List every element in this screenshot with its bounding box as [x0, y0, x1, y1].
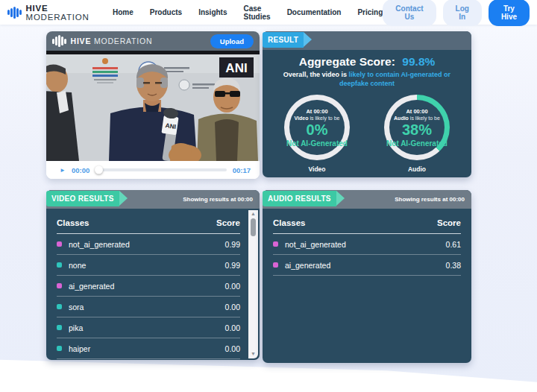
- table-row[interactable]: ai_generated 0.00: [57, 276, 240, 297]
- class-bullet-icon: [57, 262, 62, 268]
- class-score: 0.99: [225, 261, 240, 270]
- video-player-panel: HIVE MODERATION Upload: [46, 31, 260, 179]
- class-label: ai_generated: [69, 282, 114, 291]
- brand-word1: HIVE: [26, 4, 48, 13]
- audio-results-columns: Classes Score: [273, 215, 461, 234]
- video-player-header: HIVE MODERATION Upload: [46, 31, 260, 51]
- video-gauge-percent: 0%: [307, 121, 328, 139]
- gauges-row: At 00:00 Video is likely to be 0% Not AI…: [263, 95, 471, 173]
- video-results-timestamp: Showing results at 00:00: [183, 196, 260, 203]
- audio-results-tag-arrow-icon: [336, 191, 345, 206]
- nav-item-documentation[interactable]: Documentation: [287, 8, 342, 16]
- scroll-up-icon[interactable]: ▲: [251, 210, 256, 218]
- svg-text:ANI: ANI: [165, 121, 177, 130]
- audio-gauge-percent: 38%: [402, 121, 432, 139]
- table-row[interactable]: not_ai_generated 0.99: [57, 234, 240, 255]
- audio-gauge-status: Not AI-Generated: [386, 139, 448, 148]
- class-score: 0.99: [225, 240, 240, 249]
- audio-gauge-ring: At 00:00 Audio is likely to be 38% Not A…: [384, 95, 450, 160]
- audio-results-header: AUDIO RESULTS Showing results at 00:00: [263, 190, 471, 209]
- audio-gauge-suffix: is likely to be: [409, 116, 440, 121]
- top-navigation: HIVE MODERATION Home Products Insights C…: [0, 0, 537, 25]
- scroll-down-icon[interactable]: ▼: [251, 350, 256, 358]
- table-row[interactable]: not_ai_generated 0.61: [273, 234, 461, 255]
- video-scene: ANI ANI: [46, 51, 260, 161]
- try-hive-button[interactable]: Try Hive: [489, 0, 530, 26]
- class-bullet-icon: [57, 304, 62, 309]
- video-gauge-subtitle: Video is likely to be: [295, 116, 340, 121]
- column-score: Score: [216, 218, 240, 227]
- scrollbar-thumb[interactable]: [251, 218, 256, 236]
- video-gauge-time: At 00:00: [306, 108, 327, 115]
- nav-actions: Contact Us Log In Try Hive: [383, 0, 530, 26]
- nav-item-home[interactable]: Home: [113, 8, 134, 16]
- table-row[interactable]: sora 0.00: [57, 297, 240, 317]
- audio-results-table: Classes Score not_ai_generated 0.61 ai_g…: [263, 209, 471, 276]
- summary-highlight: likely to contain AI-generated or deepfa…: [339, 71, 450, 87]
- video-results-columns: Classes Score: [57, 215, 240, 234]
- video-gauge-ring: At 00:00 Video is likely to be 0% Not AI…: [284, 95, 350, 160]
- aggregate-score-label: Aggregate Score:: [299, 55, 395, 68]
- play-button[interactable]: ►: [60, 167, 66, 174]
- player-controls: ► 00:00 00:17: [46, 161, 260, 179]
- video-gauge-suffix: is likely to be: [308, 116, 339, 121]
- ani-watermark: ANI: [219, 57, 254, 78]
- video-gauge-content: At 00:00 Video is likely to be 0% Not AI…: [284, 95, 350, 160]
- video-frame[interactable]: ANI ANI: [46, 51, 260, 161]
- class-bullet-icon: [273, 262, 278, 268]
- svg-text:ANI: ANI: [225, 61, 247, 75]
- nav-links: Home Products Insights Case Studies Docu…: [113, 4, 383, 21]
- contact-us-button[interactable]: Contact Us: [383, 0, 436, 26]
- class-label: sora: [69, 303, 84, 312]
- table-row[interactable]: none 0.99: [57, 255, 240, 276]
- seek-bar[interactable]: [95, 168, 226, 171]
- table-row[interactable]: pika 0.00: [57, 317, 240, 338]
- player-equalizer-icon: [52, 35, 66, 47]
- brand-word2: MODERATION: [26, 13, 90, 22]
- result-tag: RESULT: [263, 32, 312, 48]
- class-score: 0.00: [225, 303, 240, 312]
- video-results-panel: VIDEO RESULTS Showing results at 00:00 C…: [46, 190, 260, 360]
- class-score: 0.00: [225, 344, 240, 353]
- result-panel: RESULT Aggregate Score: 99.8% Overall, t…: [263, 31, 471, 177]
- nav-item-insights[interactable]: Insights: [198, 8, 227, 16]
- duration: 00:17: [233, 166, 251, 174]
- video-results-header: VIDEO RESULTS Showing results at 00:00: [46, 190, 260, 209]
- aggregate-summary: Overall, the video is likely to contain …: [277, 71, 457, 88]
- aggregate-score: Aggregate Score: 99.8% Overall, the vide…: [263, 55, 471, 88]
- column-classes: Classes: [57, 218, 89, 227]
- player-brand-word2: MODERATION: [94, 37, 152, 45]
- seek-handle[interactable]: [95, 166, 103, 174]
- class-bullet-icon: [57, 325, 62, 330]
- result-tag-arrow-icon: [304, 32, 312, 47]
- audio-gauge-subtitle: Audio is likely to be: [394, 116, 440, 121]
- player-brand-word1: HIVE: [71, 37, 92, 45]
- hive-equalizer-icon: [7, 7, 22, 19]
- video-gauge-status: Not AI-Generated: [286, 139, 348, 148]
- class-bullet-icon: [57, 241, 62, 247]
- video-results-table: Classes Score not_ai_generated 0.99 none…: [46, 209, 260, 359]
- video-gauge-subject: Video: [295, 116, 309, 121]
- audio-results-tag: AUDIO RESULTS: [263, 191, 345, 206]
- video-results-tag-arrow-icon: [119, 191, 128, 206]
- video-gauge-label: Video: [280, 165, 354, 173]
- hive-logo[interactable]: HIVE MODERATION: [7, 4, 92, 22]
- table-row[interactable]: ai_generated 0.38: [273, 255, 461, 276]
- log-in-button[interactable]: Log In: [443, 0, 482, 26]
- table-row[interactable]: haiper 0.00: [57, 338, 240, 359]
- class-bullet-icon: [57, 346, 62, 351]
- audio-gauge-subject: Audio: [394, 116, 409, 121]
- current-time: 00:00: [72, 166, 90, 174]
- nav-item-case-studies[interactable]: Case Studies: [244, 4, 271, 21]
- aggregate-score-value: 99.8%: [402, 55, 435, 68]
- nav-item-pricing[interactable]: Pricing: [357, 8, 383, 16]
- summary-prefix: Overall, the video is: [283, 71, 349, 78]
- class-score: 0.00: [225, 282, 240, 291]
- video-results-tag: VIDEO RESULTS: [46, 191, 128, 206]
- video-results-scrollbar[interactable]: ▲ ▼: [248, 210, 258, 358]
- class-label: not_ai_generated: [69, 240, 130, 249]
- nav-item-products[interactable]: Products: [150, 8, 182, 16]
- upload-button[interactable]: Upload: [210, 34, 254, 48]
- class-score: 0.00: [225, 323, 240, 332]
- video-gauge: At 00:00 Video is likely to be 0% Not AI…: [280, 95, 354, 173]
